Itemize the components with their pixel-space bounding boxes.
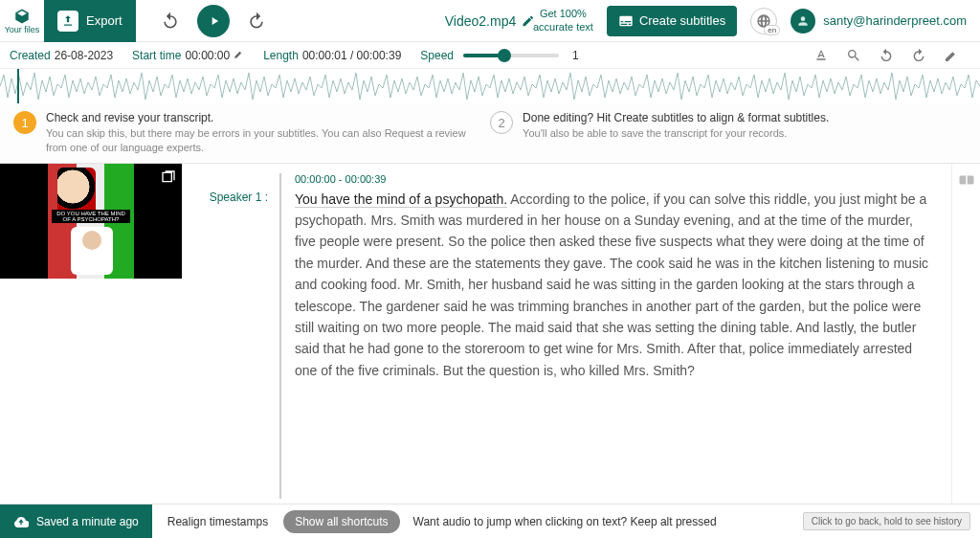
thumbnail-column: DO YOU HAVE THE MIND OF A PSYCHOPATH?	[0, 164, 182, 508]
edit-start-icon[interactable]	[234, 49, 244, 59]
rewind-icon	[161, 11, 180, 31]
export-icon	[57, 11, 78, 32]
create-subtitles-button[interactable]: Create subtitles	[607, 6, 737, 36]
waveform-svg	[0, 69, 980, 103]
saved-label: Saved a minute ago	[36, 515, 139, 528]
language-tag: en	[764, 25, 780, 35]
slider-thumb[interactable]	[498, 49, 511, 62]
length-value: 00:00:01 / 00:00:39	[302, 49, 401, 62]
edit-icon[interactable]	[944, 48, 959, 63]
step-2: 2 Done editing? Hit Create subtitles to …	[490, 111, 829, 141]
search-icon[interactable]	[846, 48, 861, 63]
video-title[interactable]: Video2.mp4	[445, 13, 535, 29]
transcript-editor[interactable]: Speaker 1 : 00:00:00 - 00:00:39 You have…	[182, 164, 951, 508]
your-files-button[interactable]: Your files	[0, 0, 44, 42]
edit-title-icon	[522, 14, 535, 28]
bottom-hint: Want audio to jump when clicking on text…	[413, 515, 717, 528]
video-title-text: Video2.mp4	[445, 13, 516, 29]
your-files-label: Your files	[5, 25, 40, 34]
start-time-label: Start time	[132, 49, 181, 62]
history-button[interactable]: Click to go back, hold to see history	[803, 512, 970, 530]
step-1-sub: You can skip this, but there may be erro…	[46, 126, 471, 155]
subtitles-icon	[618, 13, 634, 29]
speed-slider[interactable]	[463, 54, 559, 57]
rewind-button[interactable]	[157, 8, 184, 34]
speed-label: Speed	[420, 49, 454, 62]
user-icon	[796, 14, 810, 28]
logo-icon	[13, 8, 31, 25]
speed-value: 1	[572, 49, 579, 62]
thumb-caption: DO YOU HAVE THE MIND OF A PSYCHOPATH?	[52, 210, 130, 223]
meta-bar: Created26-08-2023 Start time00:00:00 Len…	[0, 42, 980, 69]
step-2-sub: You'll also be able to save the transcri…	[523, 126, 829, 141]
guidance-panel: 1 Check and revise your transcript. You …	[0, 103, 980, 164]
created-value: 26-08-2023	[55, 49, 113, 62]
segment-timestamp: 00:00:00 - 00:00:39	[295, 173, 928, 185]
text-style-icon[interactable]	[813, 48, 829, 63]
accurate-text-link[interactable]: Get 100% accurate text	[533, 8, 593, 33]
forward-icon	[247, 11, 266, 31]
realign-button[interactable]: Realign timestamps	[152, 515, 283, 528]
play-button[interactable]	[197, 5, 230, 37]
shortcuts-button[interactable]: Show all shortcuts	[283, 510, 399, 533]
video-thumbnail[interactable]: DO YOU HAVE THE MIND OF A PSYCHOPATH?	[0, 164, 182, 279]
create-subtitles-label: Create subtitles	[639, 13, 725, 28]
audio-waveform[interactable]	[0, 69, 980, 103]
play-icon	[208, 14, 221, 28]
start-time-value: 00:00:00	[185, 49, 230, 62]
transcript-text[interactable]: You have the mind of a psychopath. Accor…	[295, 189, 928, 382]
length-label: Length	[263, 49, 299, 62]
layers-icon	[161, 169, 176, 185]
undo-icon[interactable]	[879, 48, 894, 63]
forward-button[interactable]	[243, 8, 270, 34]
speaker-label[interactable]: Speaker 1	[210, 191, 262, 204]
saved-status: Saved a minute ago	[0, 504, 152, 539]
cloud-icon	[13, 514, 29, 529]
accurate-line1: Get 100%	[533, 8, 593, 20]
playhead[interactable]	[17, 69, 19, 103]
step-2-number: 2	[490, 111, 513, 134]
step-1-title: Check and revise your transcript.	[46, 111, 471, 124]
step-1-number: 1	[13, 111, 36, 134]
step-2-title: Done editing? Hit Create subtitles to al…	[523, 111, 829, 124]
language-button[interactable]: en	[750, 8, 777, 34]
book-icon[interactable]	[958, 171, 975, 189]
step-1: 1 Check and revise your transcript. You …	[13, 111, 471, 155]
export-button[interactable]: Export	[44, 0, 136, 42]
avatar	[791, 9, 815, 34]
accurate-line2: accurate text	[533, 21, 593, 34]
redo-icon[interactable]	[911, 48, 926, 63]
export-label: Export	[86, 13, 122, 28]
transcript-lead[interactable]: You have the mind of a psychopath.	[295, 191, 507, 208]
side-toolbar	[951, 164, 980, 508]
user-menu[interactable]: santy@harinderpreet.com	[791, 9, 967, 34]
created-label: Created	[10, 49, 51, 62]
user-email: santy@harinderpreet.com	[823, 13, 967, 28]
transcript-rest[interactable]: According to the police, if you can solv…	[295, 191, 928, 378]
